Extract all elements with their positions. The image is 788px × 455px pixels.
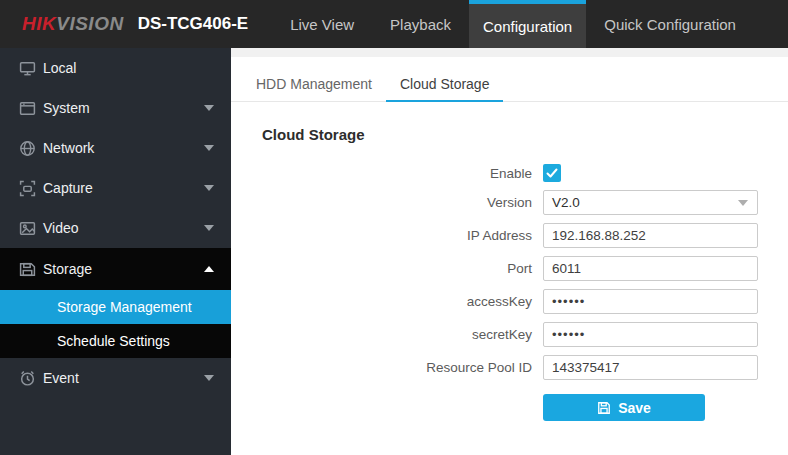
logo-hik: HIK bbox=[22, 13, 56, 35]
form-row-resource-pool-id: Resource Pool ID bbox=[231, 355, 788, 380]
save-button-label: Save bbox=[618, 400, 651, 416]
hikvision-logo: HIKVISION bbox=[22, 0, 124, 48]
nav-configuration[interactable]: Configuration bbox=[469, 0, 586, 48]
accesskey-label: accessKey bbox=[231, 294, 532, 309]
sidebar-subitem-schedule-settings[interactable]: Schedule Settings bbox=[0, 324, 231, 358]
content-top-strip bbox=[231, 48, 788, 57]
port-label: Port bbox=[231, 261, 532, 276]
floppy-icon bbox=[19, 261, 36, 278]
enable-checkbox[interactable] bbox=[543, 164, 561, 182]
page-title: Cloud Storage bbox=[262, 126, 788, 143]
chevron-down-icon bbox=[738, 200, 748, 206]
tab-cloud-storage[interactable]: Cloud Storage bbox=[386, 76, 504, 101]
logo-vision: VISION bbox=[56, 13, 123, 35]
chevron-down-icon bbox=[204, 375, 214, 381]
form-row-secretkey: secretKey bbox=[231, 322, 788, 347]
sidebar-item-network[interactable]: Network bbox=[0, 128, 231, 168]
alarm-icon bbox=[19, 370, 36, 387]
form-row-enable: Enable bbox=[231, 164, 788, 182]
device-model: DS-TCG406-E bbox=[138, 14, 249, 34]
secretkey-field[interactable] bbox=[543, 322, 758, 347]
sidebar-item-system[interactable]: System bbox=[0, 88, 231, 128]
top-bar: HIKVISION DS-TCG406-E Live View Playback… bbox=[0, 0, 788, 48]
ip-address-field[interactable] bbox=[543, 223, 758, 248]
check-icon bbox=[546, 167, 558, 179]
resource-pool-id-field[interactable] bbox=[543, 355, 758, 380]
version-select[interactable]: V2.0 bbox=[543, 190, 758, 215]
sidebar-item-label: System bbox=[43, 100, 90, 116]
version-selected-value: V2.0 bbox=[552, 195, 580, 210]
sidebar-item-label: Video bbox=[43, 220, 79, 236]
content-area: HDD Management Cloud Storage Cloud Stora… bbox=[231, 48, 788, 455]
chevron-down-icon bbox=[204, 225, 214, 231]
chevron-down-icon bbox=[204, 105, 214, 111]
sidebar-item-local[interactable]: Local bbox=[0, 48, 231, 88]
sidebar-item-label: Event bbox=[43, 370, 79, 386]
sidebar-item-label: Network bbox=[43, 140, 94, 156]
version-label: Version bbox=[231, 195, 532, 210]
form-row-accesskey: accessKey bbox=[231, 289, 788, 314]
chevron-down-icon bbox=[204, 145, 214, 151]
nav-live-view[interactable]: Live View bbox=[272, 0, 372, 48]
enable-label: Enable bbox=[231, 166, 532, 181]
globe-icon bbox=[19, 140, 36, 157]
window-icon bbox=[19, 100, 36, 117]
port-field[interactable] bbox=[543, 256, 758, 281]
ip-address-label: IP Address bbox=[231, 228, 532, 243]
cloud-storage-form: Enable Version V2.0 IP Address Port bbox=[231, 164, 788, 421]
chevron-up-icon bbox=[204, 266, 214, 272]
content-tabs: HDD Management Cloud Storage bbox=[231, 57, 788, 102]
resource-pool-id-label: Resource Pool ID bbox=[231, 360, 532, 375]
form-row-port: Port bbox=[231, 256, 788, 281]
image-icon bbox=[19, 220, 36, 237]
tab-hdd-management[interactable]: HDD Management bbox=[242, 76, 386, 101]
sidebar-item-label: Storage bbox=[43, 261, 92, 277]
form-row-ip-address: IP Address bbox=[231, 223, 788, 248]
form-row-version: Version V2.0 bbox=[231, 190, 788, 215]
sidebar: Local System Network Capture bbox=[0, 48, 231, 455]
save-icon bbox=[597, 401, 611, 415]
accesskey-field[interactable] bbox=[543, 289, 758, 314]
sidebar-item-storage[interactable]: Storage bbox=[0, 248, 231, 290]
secretkey-label: secretKey bbox=[231, 327, 532, 342]
nav-playback[interactable]: Playback bbox=[372, 0, 469, 48]
chevron-down-icon bbox=[204, 185, 214, 191]
sidebar-item-video[interactable]: Video bbox=[0, 208, 231, 248]
nav-quick-configuration[interactable]: Quick Configuration bbox=[586, 0, 754, 48]
sidebar-item-event[interactable]: Event bbox=[0, 358, 231, 398]
sidebar-subitem-storage-management[interactable]: Storage Management bbox=[0, 290, 231, 324]
capture-icon bbox=[19, 180, 36, 197]
sidebar-item-label: Capture bbox=[43, 180, 93, 196]
main-nav: Live View Playback Configuration Quick C… bbox=[272, 0, 754, 48]
sidebar-item-capture[interactable]: Capture bbox=[0, 168, 231, 208]
save-row: Save bbox=[543, 394, 788, 421]
storage-group: Storage Storage Management Schedule Sett… bbox=[0, 248, 231, 358]
sidebar-item-label: Local bbox=[43, 60, 76, 76]
save-button[interactable]: Save bbox=[543, 394, 705, 421]
app-window: HIKVISION DS-TCG406-E Live View Playback… bbox=[0, 0, 788, 455]
monitor-icon bbox=[19, 60, 36, 77]
